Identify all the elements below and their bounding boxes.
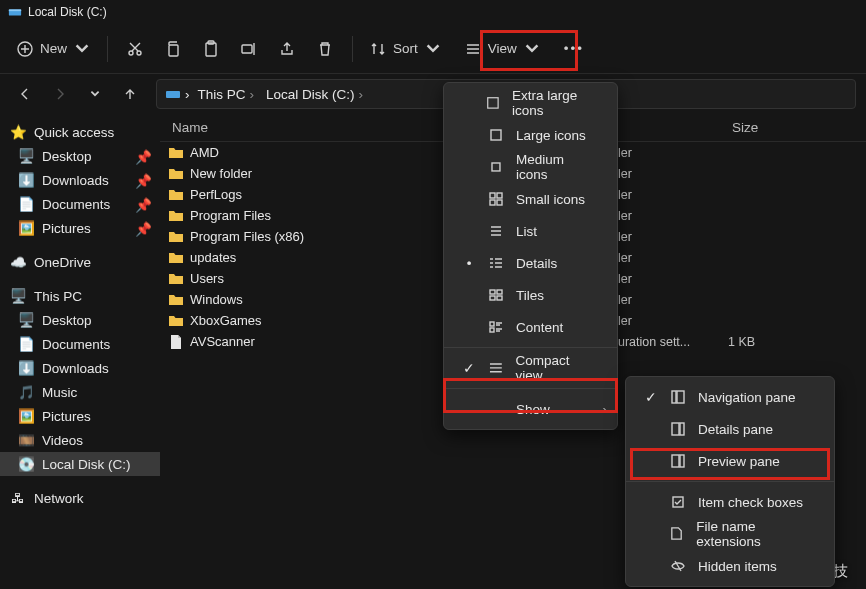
sidebar-item-documents[interactable]: 📄Documents📌 — [0, 192, 160, 216]
copy-button[interactable] — [156, 32, 190, 66]
new-button[interactable]: New — [10, 32, 97, 66]
file-type: ler — [618, 230, 728, 244]
file-size: 1 KB — [728, 335, 755, 349]
file-type: ler — [618, 209, 728, 223]
menu-list[interactable]: List — [444, 215, 617, 247]
share-icon — [278, 40, 296, 58]
menu-details[interactable]: •Details — [444, 247, 617, 279]
file-type: ler — [618, 146, 728, 160]
file-name: New folder — [190, 166, 252, 181]
check-icon: ✓ — [644, 389, 658, 405]
recent-button[interactable] — [80, 79, 109, 109]
folder-icon: ⬇️ — [18, 360, 34, 376]
menu-tiles[interactable]: Tiles — [444, 279, 617, 311]
view-option-icon — [488, 191, 504, 207]
sidebar-item-documents[interactable]: 📄Documents — [0, 332, 160, 356]
sidebar-onedrive[interactable]: ☁️OneDrive — [0, 250, 160, 274]
sidebar-item-videos[interactable]: 🎞️Videos — [0, 428, 160, 452]
sidebar-item-music[interactable]: 🎵Music — [0, 380, 160, 404]
forward-button[interactable] — [45, 79, 74, 109]
folder-icon — [168, 292, 184, 308]
view-option-icon — [488, 127, 504, 143]
menu-navigation-pane[interactable]: ✓Navigation pane — [626, 381, 834, 413]
svg-rect-28 — [680, 455, 684, 467]
view-option-icon — [488, 287, 504, 303]
svg-rect-25 — [672, 423, 679, 435]
sidebar-item-downloads[interactable]: ⬇️Downloads — [0, 356, 160, 380]
folder-icon: 🎞️ — [18, 432, 34, 448]
disk-icon — [165, 86, 181, 102]
svg-rect-26 — [680, 423, 684, 435]
svg-rect-10 — [488, 98, 498, 108]
menu-file-name-extensions[interactable]: File name extensions — [626, 518, 834, 550]
file-name: Program Files — [190, 208, 271, 223]
more-button[interactable]: ••• — [557, 32, 591, 66]
rename-icon — [240, 40, 258, 58]
view-button[interactable]: View — [458, 32, 547, 66]
menu-preview-pane[interactable]: Preview pane — [626, 445, 834, 477]
sidebar-item-desktop[interactable]: 🖥️Desktop — [0, 308, 160, 332]
paste-button[interactable] — [194, 32, 228, 66]
menu-content[interactable]: Content — [444, 311, 617, 343]
col-size[interactable]: Size — [720, 120, 758, 135]
sidebar-item-downloads[interactable]: ⬇️Downloads📌 — [0, 168, 160, 192]
sidebar-quick-access[interactable]: ⭐Quick access — [0, 120, 160, 144]
chevron-down-icon — [523, 40, 541, 58]
pane-icon — [670, 453, 686, 469]
sidebar-item-pictures[interactable]: 🖼️Pictures📌 — [0, 216, 160, 240]
menu-large-icons[interactable]: Large icons — [444, 119, 617, 151]
cut-button[interactable] — [118, 32, 152, 66]
share-button[interactable] — [270, 32, 304, 66]
folder-icon: 🖥️ — [18, 312, 34, 328]
scissors-icon — [126, 40, 144, 58]
menu-medium-icons[interactable]: Medium icons — [444, 151, 617, 183]
sidebar-item-local-disk-c-[interactable]: 💽Local Disk (C:) — [0, 452, 160, 476]
folder-icon: 📄 — [18, 336, 34, 352]
sidebar-item-desktop[interactable]: 🖥️Desktop📌 — [0, 144, 160, 168]
folder-icon — [168, 271, 184, 287]
svg-rect-16 — [497, 200, 502, 205]
file-type: ler — [618, 167, 728, 181]
menu-compact-view[interactable]: ✓ Compact view — [444, 352, 617, 384]
svg-rect-6 — [206, 43, 216, 56]
svg-rect-23 — [672, 391, 676, 403]
menu-show[interactable]: Show › — [444, 393, 617, 425]
folder-icon: 🎵 — [18, 384, 34, 400]
sort-label: Sort — [393, 41, 418, 56]
view-option-icon — [488, 319, 504, 335]
delete-button[interactable] — [308, 32, 342, 66]
sidebar-network[interactable]: 🖧Network — [0, 486, 160, 510]
svg-rect-1 — [9, 9, 21, 11]
file-name: Program Files (x86) — [190, 229, 304, 244]
svg-rect-14 — [497, 193, 502, 198]
pane-icon — [669, 526, 684, 542]
menu-small-icons[interactable]: Small icons — [444, 183, 617, 215]
window-title: Local Disk (C:) — [28, 5, 107, 19]
menu-extra-large-icons[interactable]: Extra large icons — [444, 87, 617, 119]
back-button[interactable] — [10, 79, 39, 109]
crumb-local-disk[interactable]: Local Disk (C:)› — [262, 85, 367, 104]
sort-icon — [369, 40, 387, 58]
sidebar-item-pictures[interactable]: 🖼️Pictures — [0, 404, 160, 428]
rename-button[interactable] — [232, 32, 266, 66]
cloud-icon: ☁️ — [10, 254, 26, 270]
chevron-right-icon: › — [603, 402, 608, 417]
up-button[interactable] — [115, 79, 144, 109]
folder-icon — [168, 145, 184, 161]
folder-icon: 📄 — [18, 196, 34, 212]
crumb-this-pc[interactable]: This PC› — [194, 85, 259, 104]
menu-hidden-items[interactable]: Hidden items — [626, 550, 834, 582]
folder-icon — [168, 166, 184, 182]
svg-rect-5 — [169, 45, 178, 56]
file-type: ler — [618, 314, 728, 328]
menu-item-check-boxes[interactable]: Item check boxes — [626, 486, 834, 518]
chevron-down-icon — [73, 40, 91, 58]
file-name: Users — [190, 271, 224, 286]
new-label: New — [40, 41, 67, 56]
menu-details-pane[interactable]: Details pane — [626, 413, 834, 445]
sort-button[interactable]: Sort — [363, 32, 448, 66]
clipboard-icon — [202, 40, 220, 58]
pc-icon: 🖥️ — [10, 288, 26, 304]
folder-icon: 🖼️ — [18, 408, 34, 424]
sidebar-this-pc[interactable]: 🖥️This PC — [0, 284, 160, 308]
